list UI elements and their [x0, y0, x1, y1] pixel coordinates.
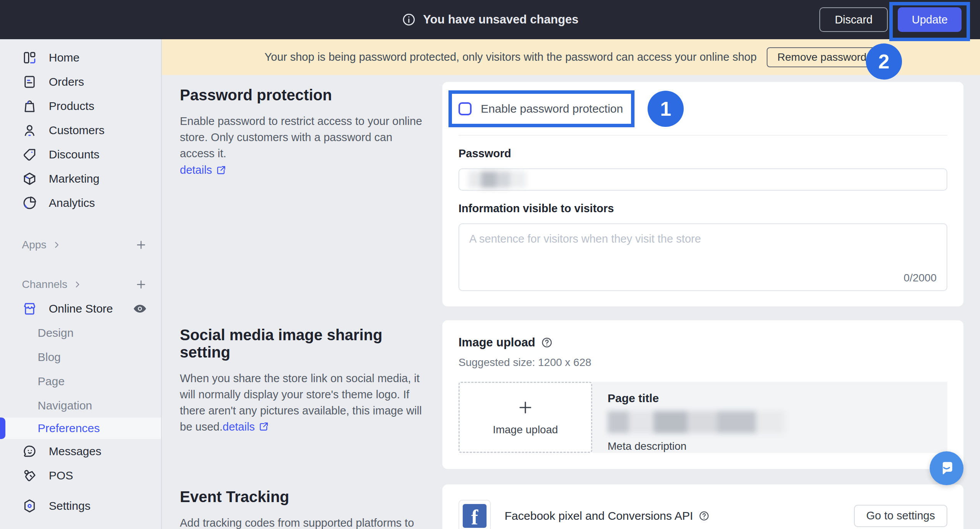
pos-label: POS [49, 469, 73, 482]
social-description-text: When you share the store link on social … [180, 372, 422, 433]
marketing-icon [22, 171, 37, 186]
page-title-label: Page title [608, 392, 932, 405]
details-link-label: details [223, 419, 255, 435]
eye-icon[interactable] [133, 301, 147, 316]
social-details-link[interactable]: details [223, 419, 269, 435]
suggested-size-text: Suggested size: 1200 x 628 [458, 356, 947, 369]
discard-button[interactable]: Discard [819, 7, 888, 32]
sidebar-item-label: Marketing [49, 172, 100, 185]
sidebar-item-orders[interactable]: Orders [0, 70, 161, 94]
event-tracking-card: f Facebook pixel and Conversions API Go … [442, 484, 963, 529]
unsaved-changes-text: You have unsaved changes [423, 13, 578, 27]
redacted-page-title [608, 411, 784, 433]
seo-preview-panel: Page title Meta description [592, 382, 947, 453]
chevron-right-icon [52, 240, 61, 250]
settings-label: Settings [49, 499, 90, 512]
sidebar-item-analytics[interactable]: Analytics [0, 191, 161, 215]
sub-item-label: Page [38, 375, 65, 388]
redacted-password-value [468, 171, 526, 188]
messages-icon [22, 444, 37, 459]
social-section-title: Social media image sharing setting [180, 326, 426, 361]
sidebar-item-label: Home [49, 51, 80, 64]
messages-label: Messages [49, 445, 101, 458]
analytics-icon [22, 195, 37, 211]
chat-launcher-button[interactable] [930, 451, 963, 485]
help-icon[interactable] [698, 510, 710, 522]
details-link-label: details [180, 164, 212, 176]
topbar: You have unsaved changes Discard Update [0, 0, 980, 39]
help-icon[interactable] [541, 336, 553, 349]
sidebar-item-preferences[interactable]: Preferences [0, 418, 161, 439]
customers-icon [22, 123, 37, 138]
tracking-section-description: Add tracking codes from supported platfo… [180, 515, 426, 529]
image-upload-title: Image upload [458, 336, 535, 349]
products-icon [22, 98, 37, 114]
enable-password-checkbox[interactable] [458, 102, 472, 115]
chat-bubble-icon [937, 458, 957, 478]
home-icon [22, 50, 37, 65]
sub-item-label: Navigation [38, 399, 92, 412]
password-protected-banner: Your shop is being password protected, o… [162, 39, 980, 75]
visitor-info-textarea[interactable] [459, 224, 947, 269]
banner-text: Your shop is being password protected, o… [264, 51, 756, 63]
enable-password-label: Enable password protection [481, 102, 623, 115]
sidebar-item-label: Analytics [49, 196, 95, 210]
visitor-info-field-frame: 0/2000 [458, 223, 947, 291]
sidebar-section-apps[interactable]: Apps [0, 233, 161, 257]
external-link-icon [215, 165, 227, 176]
sidebar-item-settings[interactable]: Settings [0, 494, 161, 518]
char-counter: 0/2000 [904, 272, 937, 284]
remove-password-button[interactable]: Remove password [767, 47, 877, 67]
meta-description-label: Meta description [608, 440, 932, 452]
password-section-description: Enable password to restrict access to yo… [180, 113, 426, 161]
plus-icon [517, 399, 534, 416]
facebook-letter: f [471, 508, 478, 527]
sidebar-item-design[interactable]: Design [0, 321, 161, 345]
external-link-icon [258, 421, 269, 433]
sidebar: Home Orders Products Customers Discounts… [0, 39, 162, 529]
sidebar-item-blog[interactable]: Blog [0, 345, 161, 369]
facebook-badge: f [458, 500, 491, 529]
sidebar-item-label: Products [49, 100, 94, 113]
annotation-step-2: 2 [866, 43, 902, 80]
add-app-icon[interactable] [135, 239, 147, 251]
divider [458, 135, 947, 136]
sidebar-item-navigation[interactable]: Navigation [0, 393, 161, 418]
password-section-title: Password protection [180, 87, 426, 104]
facebook-icon: f [463, 504, 487, 528]
go-to-settings-button[interactable]: Go to settings [854, 505, 947, 527]
settings-icon [22, 498, 37, 514]
password-input[interactable] [458, 168, 947, 191]
chevron-right-icon [73, 280, 82, 289]
sidebar-item-messages[interactable]: Messages [0, 439, 161, 463]
sidebar-item-online-store[interactable]: Online Store [0, 296, 161, 321]
sidebar-item-label: Discounts [49, 148, 100, 161]
sidebar-item-discounts[interactable]: Discounts [0, 142, 161, 166]
add-channel-icon[interactable] [135, 278, 147, 291]
visitor-info-label: Information visible to visitors [458, 202, 947, 215]
apps-label: Apps [22, 239, 47, 251]
sidebar-item-label: Orders [49, 75, 84, 88]
image-upload-dropzone[interactable]: Image upload [458, 382, 592, 453]
update-button[interactable]: Update [898, 7, 962, 32]
pos-icon [22, 468, 37, 483]
sidebar-item-products[interactable]: Products [0, 94, 161, 118]
info-icon [402, 12, 416, 27]
sidebar-item-home[interactable]: Home [0, 45, 161, 70]
sidebar-item-marketing[interactable]: Marketing [0, 166, 161, 191]
password-details-link[interactable]: details [180, 164, 227, 176]
unsaved-changes-banner: You have unsaved changes [402, 0, 578, 39]
sidebar-item-pos[interactable]: POS [0, 463, 161, 487]
sub-item-label: Preferences [38, 422, 100, 435]
sub-item-label: Design [38, 326, 73, 339]
sidebar-section-channels[interactable]: Channels [0, 272, 161, 296]
sub-item-label: Blog [38, 351, 61, 364]
channels-label: Channels [22, 278, 67, 291]
tracking-section-title: Event Tracking [180, 488, 426, 506]
password-label: Password [458, 147, 947, 160]
sidebar-item-customers[interactable]: Customers [0, 118, 161, 142]
annotation-step-1: 1 [648, 91, 684, 127]
sidebar-item-label: Customers [49, 124, 105, 137]
discounts-icon [22, 147, 37, 162]
sidebar-item-page[interactable]: Page [0, 369, 161, 393]
